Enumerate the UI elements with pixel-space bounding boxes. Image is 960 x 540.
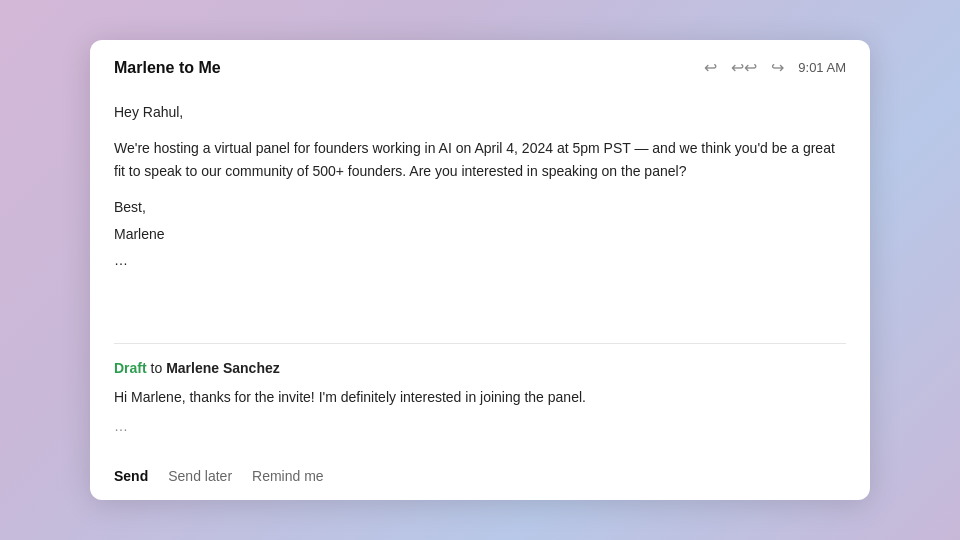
reply-icon[interactable]: ↩ [704,58,717,77]
send-button[interactable]: Send [114,468,148,484]
email-time: 9:01 AM [798,60,846,75]
email-title: Marlene to Me [114,59,221,77]
draft-recipient: Marlene Sanchez [166,360,280,376]
forward-icon[interactable]: ↪ [771,58,784,77]
reply-all-icon[interactable]: ↩↩ [731,58,757,77]
draft-ellipsis: … [114,418,846,434]
draft-section: Draft to Marlene Sanchez Hi Marlene, tha… [90,344,870,460]
email-paragraph: We're hosting a virtual panel for founde… [114,137,846,182]
email-body: Hey Rahul, We're hosting a virtual panel… [90,91,870,343]
email-greeting: Hey Rahul, [114,101,846,123]
draft-to-prefix: to [147,360,166,376]
email-ellipsis: … [114,249,846,271]
email-signoff-line1: Best, [114,196,846,218]
email-header-left: Marlene to Me [114,59,221,77]
draft-label: Draft [114,360,147,376]
action-bar: Send Send later Remind me [90,460,870,500]
email-header-right: ↩ ↩↩ ↪ 9:01 AM [704,58,846,77]
email-card: Marlene to Me ↩ ↩↩ ↪ 9:01 AM Hey Rahul, … [90,40,870,500]
email-header: Marlene to Me ↩ ↩↩ ↪ 9:01 AM [90,40,870,91]
send-later-button[interactable]: Send later [168,468,232,484]
email-signoff-line2: Marlene [114,223,846,245]
draft-body: Hi Marlene, thanks for the invite! I'm d… [114,386,846,408]
remind-me-button[interactable]: Remind me [252,468,324,484]
draft-header: Draft to Marlene Sanchez [114,360,846,376]
